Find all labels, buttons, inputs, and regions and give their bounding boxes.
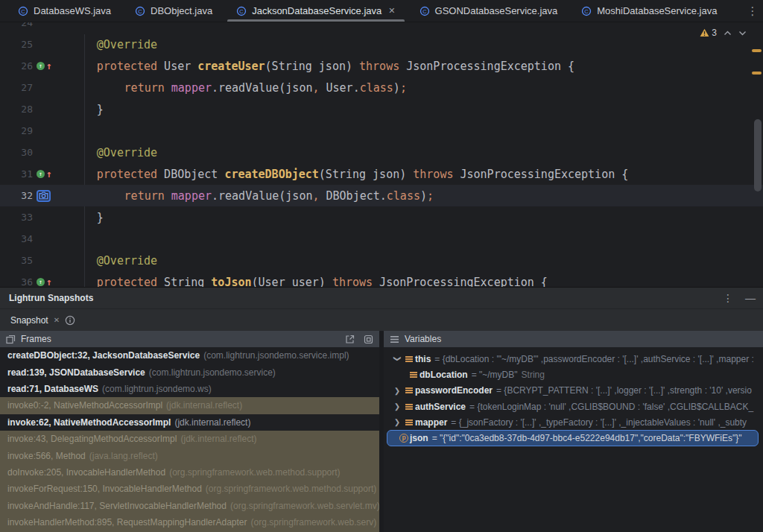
code-token: ) [420, 189, 427, 203]
class-icon: C [18, 6, 28, 16]
tab-dbobject-java[interactable]: CDBObject.java [123, 0, 224, 22]
code-token: return [124, 81, 171, 95]
gutter: 33 [0, 211, 66, 224]
code-token: throws [359, 60, 406, 73]
tab-close-icon[interactable]: ✕ [388, 6, 395, 16]
 [405, 419, 413, 425]
override-marker-icon[interactable]: ↑ [37, 278, 45, 286]
frame-row[interactable]: read:139, JSONDatabaseService(com.lightr… [0, 364, 379, 380]
code-line-34[interactable]: 34 [0, 228, 763, 250]
overrides-arrow-icon[interactable]: ↑ [46, 278, 52, 286]
error-stripe-mark[interactable] [752, 72, 762, 75]
frame-row[interactable]: invoke0:-2, NativeMethodAccessorImpl(jdk… [0, 397, 379, 414]
code-token: User [259, 276, 292, 288]
svg-text:C: C [239, 7, 244, 14]
frame-location: invokeForRequest:150, InvocableHandlerMe… [7, 484, 202, 494]
chevron-collapsed-icon[interactable]: ❯ [391, 387, 403, 395]
gutter: 29 [0, 124, 66, 138]
code-editor[interactable]: 2425@Override26↑↑protected User createUs… [0, 22, 763, 287]
code-line-28[interactable]: 28} [0, 98, 763, 120]
tab-snapshot[interactable]: Snapshot [10, 315, 48, 326]
tab-jacksondatabaseservice-java[interactable]: CJacksonDatabaseService.java✕ [224, 0, 407, 22]
code-line-32[interactable]: 32return mapper.readValue(json, DBObject… [0, 185, 763, 206]
editor-scrollbar[interactable] [754, 119, 762, 191]
frame-location: read:139, JSONDatabaseService [7, 367, 145, 378]
frame-row[interactable]: invoke:62, NativeMethodAccessorImpl(jdk.… [0, 414, 379, 431]
variable-name: authService [415, 402, 466, 412]
variable-row-json[interactable]: pjson= "{"id":"0ca3edb8-37db-4d97-bbc4-e… [387, 430, 759, 446]
code-token: class [360, 81, 393, 95]
tab-moshidatabaseservice-java[interactable]: CMoshiDatabaseService.java [569, 0, 729, 22]
chevron-expanded-icon[interactable]: ❯ [391, 355, 403, 363]
frame-row[interactable]: invoke:43, DelegatingMethodAccessorImpl(… [0, 431, 379, 447]
field-icon [403, 356, 415, 362]
code-line-35[interactable]: 35@Override [0, 250, 763, 271]
frame-location: invokeAndHandle:117, ServletInvocableHan… [7, 501, 227, 511]
code-line-31[interactable]: 31↑↑protected DBObject createDBObject(St… [0, 163, 763, 185]
variable-row-passwordEncoder[interactable]: ❯passwordEncoder= {BCRYPT_PATTERN : '[..… [384, 383, 763, 399]
code-line-24[interactable]: 24 [0, 22, 763, 34]
tab-databasews-java[interactable]: CDatabaseWS.java [6, 0, 123, 22]
code-text: @Override [66, 254, 157, 267]
snapshot-close-icon[interactable]: ✕ [54, 316, 60, 324]
code-token: ( [265, 60, 272, 73]
override-marker-icon[interactable]: ↑ [37, 170, 45, 178]
code-line-25[interactable]: 25@Override [0, 34, 763, 55]
inspections-widget[interactable]: 3 [700, 28, 747, 38]
frame-row[interactable]: invokeHandlerMethod:895, RequestMappingH… [0, 514, 379, 531]
code-token: ) [399, 168, 413, 181]
frame-row[interactable]: invokeForRequest:150, InvocableHandlerMe… [0, 481, 379, 497]
variable-row-authService[interactable]: ❯authService= {tokenLoginMap : 'null' ,C… [384, 399, 763, 414]
code-token: JsonProcessingException [406, 60, 568, 73]
panel-minimize-icon[interactable]: — [745, 293, 756, 303]
open-in-editor-icon[interactable] [345, 335, 355, 344]
line-number: 26 [0, 60, 33, 72]
code-token: User [164, 60, 197, 73]
code-line-33[interactable]: 33} [0, 206, 763, 228]
frame-row[interactable]: invoke:566, Method(java.lang.reflect) [0, 447, 379, 463]
frame-package: (java.lang.reflect) [89, 451, 158, 461]
code-token: protected [97, 276, 164, 288]
override-marker-icon[interactable]: ↑ [37, 62, 45, 70]
copy-stack-icon[interactable] [364, 335, 373, 344]
snapshot-tab-row: Snapshot ✕ [0, 308, 763, 331]
panel-options-icon[interactable]: ⋮ [723, 293, 733, 303]
code-line-30[interactable]: 30@Override [0, 142, 763, 163]
code-token: ( [252, 276, 259, 288]
code-line-29[interactable]: 29 [0, 120, 763, 142]
frame-row[interactable]: createDBObject:32, JacksonDatabaseServic… [0, 347, 379, 364]
tab-options-menu-icon[interactable]: ⋮ [742, 0, 763, 22]
overrides-arrow-icon[interactable]: ↑ [46, 170, 52, 178]
info-icon[interactable] [65, 315, 75, 326]
code-token: ; [427, 189, 434, 203]
variable-name: mapper [415, 417, 447, 428]
code-token: String [272, 60, 319, 73]
lightrun-snapshot-camera-icon[interactable] [37, 190, 51, 202]
prev-warning-icon[interactable] [724, 31, 732, 36]
variable-row-dbLocation[interactable]: dbLocation= "~/myDB"String [384, 367, 763, 382]
svg-text:C: C [422, 7, 427, 14]
frames-pane: Frames createDBObject:32, JacksonDatabas… [0, 331, 379, 532]
code-line-27[interactable]: 27return mapper.readValue(json, User.cla… [0, 77, 763, 98]
error-stripe-mark[interactable] [752, 49, 762, 52]
code-token: ) [346, 60, 359, 73]
editor-tabs: CDatabaseWS.javaCDBObject.javaCJacksonDa… [6, 0, 729, 22]
variable-row-this[interactable]: ❯this= {dbLocation : '"~/myDB"' ,passwor… [384, 351, 763, 367]
frame-row[interactable]: read:71, DatabaseWS(com.lightrun.jsondem… [0, 381, 379, 397]
chevron-collapsed-icon[interactable]: ❯ [391, 418, 403, 426]
code-token: .readValue(json [212, 189, 312, 203]
code-line-36[interactable]: 36↑↑protected String toJson(User user) t… [0, 271, 763, 287]
active-tab-underline [227, 19, 404, 22]
frame-row[interactable]: doInvoke:205, InvocableHandlerMethod(org… [0, 464, 379, 481]
chevron-collapsed-icon[interactable]: ❯ [391, 402, 403, 411]
tab-gsondatabaseservice-java[interactable]: CGSONDatabaseService.java [408, 0, 570, 22]
frame-row[interactable]: invokeAndHandle:117, ServletInvocableHan… [0, 498, 379, 514]
variable-row-mapper[interactable]: ❯mapper= {_jsonFactory : '[...]' ,_typeF… [384, 414, 763, 430]
next-warning-icon[interactable] [738, 31, 747, 36]
code-token: protected [97, 60, 164, 73]
code-line-26[interactable]: 26↑↑protected User createUser(String jso… [0, 55, 763, 77]
variable-name: passwordEncoder [415, 385, 493, 396]
overrides-arrow-icon[interactable]: ↑ [46, 62, 52, 70]
class-icon: C [420, 6, 430, 16]
variable-value: = "{"id":"0ca3edb8-37db-4d97-bbc4-e5222e… [432, 433, 742, 443]
